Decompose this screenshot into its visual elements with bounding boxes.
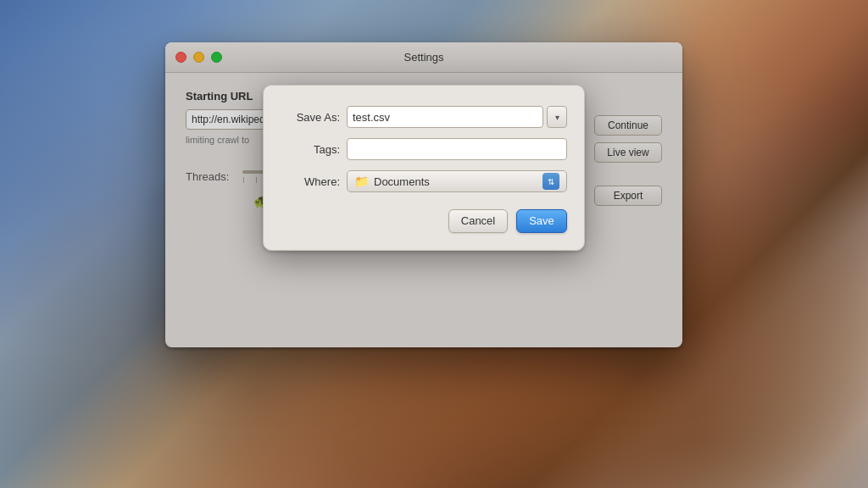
save-dialog: Save As: ▾ Tags: Where: 📁 Documents bbox=[263, 85, 585, 251]
tags-input-wrap bbox=[347, 138, 567, 160]
save-button[interactable]: Save bbox=[516, 209, 567, 233]
where-row: Where: 📁 Documents ⇅ bbox=[281, 170, 567, 192]
where-label: Where: bbox=[281, 175, 340, 188]
tags-row: Tags: bbox=[281, 138, 567, 160]
save-as-row: Save As: ▾ bbox=[281, 106, 567, 128]
save-as-label: Save As: bbox=[281, 111, 340, 124]
where-value: Documents bbox=[374, 175, 537, 188]
where-dropdown-arrow[interactable]: ⇅ bbox=[542, 173, 559, 190]
save-as-input-wrap: ▾ bbox=[347, 106, 567, 128]
save-as-dropdown[interactable]: ▾ bbox=[547, 106, 567, 128]
save-dialog-overlay: Save As: ▾ Tags: Where: 📁 Documents bbox=[165, 42, 682, 347]
folder-icon: 📁 bbox=[354, 175, 369, 188]
where-select[interactable]: 📁 Documents ⇅ bbox=[347, 170, 567, 192]
save-as-input[interactable] bbox=[347, 106, 543, 128]
dialog-buttons: Cancel Save bbox=[281, 209, 567, 233]
cancel-button[interactable]: Cancel bbox=[448, 209, 508, 233]
tags-label: Tags: bbox=[281, 143, 340, 156]
tags-input[interactable] bbox=[347, 138, 567, 160]
settings-window: Settings Starting URL limiting crawl to … bbox=[165, 42, 682, 347]
